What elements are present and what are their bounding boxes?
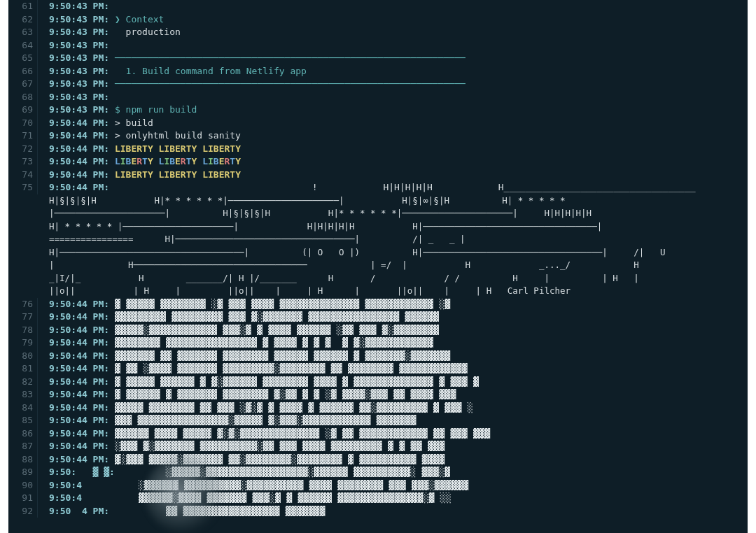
log-content: 9:50:43 PM: ────────────────────────────… xyxy=(38,78,465,91)
log-line[interactable]: 779:50:44 PM: ▓▓▓▓▓▓▓▓▓ ▓▓▓▓▓▓▓▓▓ ▓▓▓ ▓░… xyxy=(8,311,748,324)
garbled-text: ░▓▓▓▓▓▓ ▓▓▓▓▓▓▓▓▓▓░▓▓▓▓▓▓▓▓▓▓ ▓▓▓▓ ▓▓▓▓▓… xyxy=(88,480,469,490)
timestamp: 9:50:44 PM: xyxy=(49,389,115,399)
garbled-text: ▓ ▓▓ ░▓▓▓▓ ▓▓▓▓▓▓▓ ▓▓▓▓▓▓▓▓▓░▓▓▓▓▓▓▓▓ ▓▓… xyxy=(115,363,468,374)
timestamp: 9:50:44 PM: xyxy=(49,118,115,128)
log-line[interactable]: 679:50:43 PM: ──────────────────────────… xyxy=(8,78,748,91)
log-line[interactable]: 889:50:44 PM: ▓░▓▓▓ ▓▓▓▓▓░▓▓▓▓▓▓▓ ▓▓░▓▓▓… xyxy=(8,453,748,467)
log-text: ────────────────────────────────────────… xyxy=(115,78,465,89)
log-body: 619:50:43 PM: 629:50:43 PM: ❯ Context639… xyxy=(8,0,748,518)
timestamp: 9:50:43 PM: xyxy=(49,52,115,63)
timestamp: 9:50:43 PM: xyxy=(49,66,115,76)
log-line[interactable]: 689:50:43 PM: xyxy=(8,91,748,104)
log-line[interactable]: 719:50:44 PM: > onlyhtml build sanity xyxy=(8,129,748,143)
log-content: 9:50:44 PM: > onlyhtml build sanity xyxy=(38,129,241,143)
timestamp: 9:50:43 PM: xyxy=(49,40,115,50)
ascii-row: |─────────────────────| H|§|§|§|H H|* * … xyxy=(8,207,748,220)
line-number: 86 xyxy=(8,427,38,441)
log-line[interactable]: 729:50:44 PM: LIBERTY LIBERTY LIBERTY xyxy=(8,143,748,156)
line-number: 63 xyxy=(8,26,38,39)
log-line[interactable]: 909:50:4 ░▓▓▓▓▓▓ ▓▓▓▓▓▓▓▓▓▓░▓▓▓▓▓▓▓▓▓▓ ▓… xyxy=(8,479,748,492)
log-content: 9:50:44 PM: LIBERTY LIBERTY LIBERTY xyxy=(38,155,241,169)
log-line[interactable]: 659:50:43 PM: ──────────────────────────… xyxy=(8,52,748,65)
line-number: 88 xyxy=(8,453,38,467)
log-content: 9:50:44 PM: ! H|H|H|H|H H_______________… xyxy=(38,181,696,194)
liberty-word: LIBERTY xyxy=(202,156,241,166)
log-content: 9:50:44 PM: LIBERTY LIBERTY LIBERTY xyxy=(38,143,241,156)
liberty-word: LIBERTY xyxy=(159,156,197,166)
liberty-line: LIBERTY LIBERTY LIBERTY xyxy=(115,143,241,154)
line-number: 73 xyxy=(8,155,38,169)
timestamp: 9:50:44 PM: xyxy=(49,363,115,374)
log-line[interactable]: 759:50:44 PM: ! H|H|H|H|H H_____________… xyxy=(8,181,748,194)
log-line[interactable]: 669:50:43 PM: 1. Build command from Netl… xyxy=(8,65,748,78)
line-number: 64 xyxy=(8,39,38,52)
timestamp: 9:50:43 PM: xyxy=(49,27,115,37)
log-content: 9:50:44 PM: ▓ ▓▓▓▓▓▓ ▓ ▓▓▓▓▓▓▓ ▓▓▓▓▓▓▓▓ … xyxy=(38,388,456,401)
log-line[interactable]: 649:50:43 PM: xyxy=(8,39,748,52)
line-number: 82 xyxy=(8,376,38,389)
line-number: 89 xyxy=(8,466,38,479)
log-line[interactable]: 819:50:44 PM: ▓ ▓▓ ░▓▓▓▓ ▓▓▓▓▓▓▓ ▓▓▓▓▓▓▓… xyxy=(8,362,748,376)
log-line[interactable]: 619:50:43 PM: xyxy=(8,0,748,13)
liberty-word: LIBERTY xyxy=(115,156,153,166)
log-content: 9:50:44 PM: ░▓▓▓ ▓░▓▓▓▓▓▓▓ ▓▓▓▓▓▓▓▓▓▓░▓▓… xyxy=(38,440,444,453)
ascii-row: H|───────────────────────────────────| (… xyxy=(8,246,748,260)
garbled-text: ▓▓▓▓▓▓░▓▓▓▓ ▓▓▓▓▓▓▓ ▓▓▓░▓ ▓ ▓▓▓▓▓▓ ▓▓▓▓▓… xyxy=(88,492,451,503)
log-content: 9:50:43 PM: ❯ Context xyxy=(38,13,164,27)
line-number: 85 xyxy=(8,414,38,427)
log-line[interactable]: 859:50:44 PM: ▓▓▓ ▓▓▓▓▓▓▓▓▓▓▓▓▓▓▓▓░▓▓▓▓▓… xyxy=(8,414,748,427)
log-line[interactable]: 699:50:43 PM: $ npm run build xyxy=(8,104,748,117)
log-line[interactable]: 739:50:44 PM: LIBERTY LIBERTY LIBERTY xyxy=(8,155,748,169)
log-line[interactable]: 809:50:44 PM: ▓▓▓▓▓▓▓ ▓▓ ▓▓▓▓▓▓▓ ▓▓▓▓▓▓▓… xyxy=(8,350,748,363)
log-content: 9:50:44 PM: ▓▓▓▓▓▓▓▓ ▓▓▓▓▓▓▓▓▓▓▓▓▓▓▓▓ ▓ … xyxy=(38,336,433,350)
log-line[interactable]: 899:50: ▓ ▓: ░▓▓▓▓▓░▓▓▓▓▓▓▓▓▓▓▓▓▓▓▓▓▓▓░▓… xyxy=(8,466,748,479)
timestamp: 9:50:43 PM: xyxy=(49,104,115,115)
garbled-text: ▓▓▓▓▓▓▓ ▓▓ ▓▓▓▓▓▓▓ ▓▓▓▓▓▓▓▓ ▓▓▓▓▓▓ ▓▓▓▓▓… xyxy=(115,350,450,361)
log-line[interactable]: 869:50:44 PM: ▓▓▓▓▓▓ ▓▓▓▓ ▓▓▓▓▓ ▓░▓░▓▓▓▓… xyxy=(8,427,748,441)
log-content: 9:50:44 PM: ▓░▓▓▓ ▓▓▓▓▓░▓▓▓▓▓▓▓ ▓▓░▓▓▓▓▓… xyxy=(38,453,444,467)
garbled-text: ▓ ▓▓▓▓▓▓ ▓ ▓▓▓▓▓▓▓ ▓▓▓▓▓▓▓▓ ▓░▓▓ ▓ ▓ ░▓ … xyxy=(115,389,456,399)
garbled-text: ▓ ▓▓▓▓▓ ▓▓▓▓▓▓▓▓ ░▓ ▓▓▓ ▓▓▓▓ ▓▓▓▓▓▓▓▓▓▓▓… xyxy=(115,299,450,309)
log-line[interactable]: 709:50:44 PM: > build xyxy=(8,117,748,130)
timestamp: 9:50:43 PM: xyxy=(49,1,115,11)
log-content: 9:50:44 PM: ▓▓▓▓▓▓ ▓▓▓▓ ▓▓▓▓▓ ▓░▓░▓▓▓▓▓▓… xyxy=(38,427,490,441)
ascii-row: _|I/|_ H _______/| H |/_______ H / / / H… xyxy=(8,272,748,285)
timestamp: 9:50:44 PM: xyxy=(49,325,115,335)
line-number: 76 xyxy=(8,298,38,311)
build-log-panel[interactable]: 619:50:43 PM: 629:50:43 PM: ❯ Context639… xyxy=(8,0,748,533)
ascii-row: H|§|§|§|H H|* * * * * *|────────────────… xyxy=(8,194,748,208)
ascii-row: H| * * * * * |─────────────────────| H|H… xyxy=(8,220,748,234)
liberty-line: LIBERTY LIBERTY LIBERTY xyxy=(115,169,241,180)
line-number: 92 xyxy=(8,505,38,518)
log-line[interactable]: 789:50:44 PM: ▓▓▓▓▓░▓▓▓▓▓▓▓▓▓▓▓▓ ▓▓▓░▓ ▓… xyxy=(8,324,748,337)
log-line[interactable]: 829:50:44 PM: ▓ ▓▓▓▓▓ ▓▓▓▓▓▓ ▓ ▓░▓▓▓▓▓▓ … xyxy=(8,376,748,389)
log-text: 1. Build command from Netlify app xyxy=(115,66,307,76)
timestamp: 9:50: ▓ ▓: xyxy=(49,467,120,477)
log-line[interactable]: 799:50:44 PM: ▓▓▓▓▓▓▓▓ ▓▓▓▓▓▓▓▓▓▓▓▓▓▓▓▓ … xyxy=(8,336,748,350)
log-content: 9:50:43 PM: production xyxy=(38,26,181,39)
log-line[interactable]: 849:50:44 PM: ▓▓▓▓▓ ▓▓▓▓▓▓▓▓ ▓▓ ▓▓▓ ░▓░▓… xyxy=(8,401,748,415)
line-number: 72 xyxy=(8,143,38,156)
log-line[interactable]: 769:50:44 PM: ▓ ▓▓▓▓▓ ▓▓▓▓▓▓▓▓ ░▓ ▓▓▓ ▓▓… xyxy=(8,298,748,311)
liberty-line: LIBERTY LIBERTY LIBERTY xyxy=(115,156,241,166)
log-content: 9:50: ▓ ▓: ░▓▓▓▓▓░▓▓▓▓▓▓▓▓▓▓▓▓▓▓▓▓▓▓░▓▓▓… xyxy=(38,466,450,479)
timestamp: 9:50:44 PM: xyxy=(49,376,115,387)
line-number: 79 xyxy=(8,336,38,350)
timestamp: 9:50:44 PM: xyxy=(49,415,115,425)
log-line[interactable]: 839:50:44 PM: ▓ ▓▓▓▓▓▓ ▓ ▓▓▓▓▓▓▓ ▓▓▓▓▓▓▓… xyxy=(8,388,748,401)
log-line[interactable]: 929:50 4 PM: ▓▓ ▓▓▓▓▓▓▓▓▓▓▓▓▓▓▓▓▓ ▓▓▓▓▓▓… xyxy=(8,505,748,518)
log-line[interactable]: 749:50:44 PM: LIBERTY LIBERTY LIBERTY xyxy=(8,169,748,182)
log-content: 9:50 4 PM: ▓▓ ▓▓▓▓▓▓▓▓▓▓▓▓▓▓▓▓▓ ▓▓▓▓▓▓▓ xyxy=(38,505,326,518)
timestamp: 9:50:43 PM: xyxy=(49,78,115,89)
log-line[interactable]: 629:50:43 PM: ❯ Context xyxy=(8,13,748,27)
log-line[interactable]: 639:50:43 PM: production xyxy=(8,26,748,39)
log-text: > onlyhtml build sanity xyxy=(115,130,241,141)
log-content: 9:50:43 PM: $ npm run build xyxy=(38,104,197,117)
log-content: 9:50:44 PM: ▓▓▓▓▓░▓▓▓▓▓▓▓▓▓▓▓▓ ▓▓▓░▓ ▓ ▓… xyxy=(38,324,439,337)
timestamp: 9:50:44 PM: xyxy=(49,402,115,413)
line-number: 84 xyxy=(8,401,38,415)
garbled-text: ▓░▓▓▓ ▓▓▓▓▓░▓▓▓▓▓▓▓ ▓▓░▓▓▓▓▓▓▓▓░▓▓▓▓▓▓▓▓… xyxy=(115,454,444,464)
log-line[interactable]: 919:50:4 ▓▓▓▓▓▓░▓▓▓▓ ▓▓▓▓▓▓▓ ▓▓▓░▓ ▓ ▓▓▓… xyxy=(8,492,748,505)
line-number: 62 xyxy=(8,13,38,27)
log-line[interactable]: 879:50:44 PM: ░▓▓▓ ▓░▓▓▓▓▓▓▓ ▓▓▓▓▓▓▓▓▓▓░… xyxy=(8,440,748,453)
